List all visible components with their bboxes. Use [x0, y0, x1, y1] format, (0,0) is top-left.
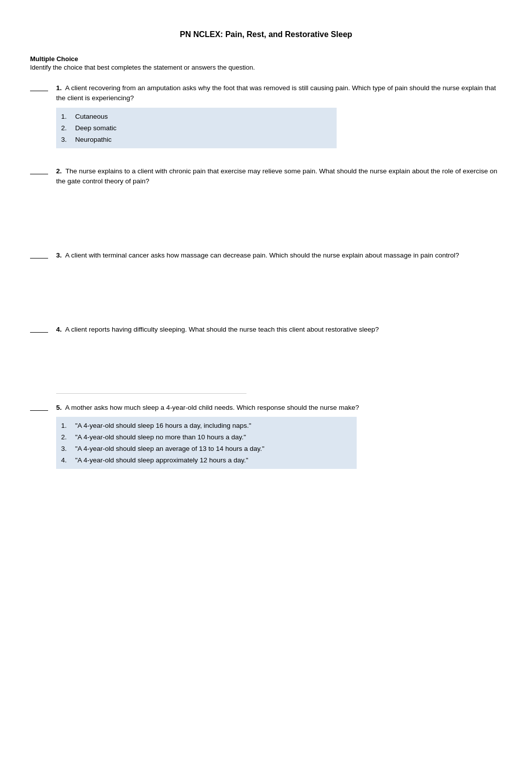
option-1-1-num: 1. — [61, 113, 75, 120]
question-1: 1. A client recovering from an amputatio… — [30, 83, 502, 148]
question-3-content: 3. A client with terminal cancer asks ho… — [56, 250, 502, 325]
option-5-3-text: "A 4-year-old should sleep an average of… — [75, 445, 264, 452]
question-2-text: 2. The nurse explains to a client with c… — [56, 166, 502, 187]
question-3: 3. A client with terminal cancer asks ho… — [30, 250, 502, 325]
question-5: 5. A mother asks how much sleep a 4-year… — [30, 403, 502, 469]
option-5-3-num: 3. — [61, 445, 75, 452]
page-title: PN NCLEX: Pain, Rest, and Restorative Sl… — [30, 30, 502, 39]
question-4: 4. A client reports having difficulty sl… — [30, 325, 502, 402]
option-5-4-num: 4. — [61, 456, 75, 464]
option-5-2-num: 2. — [61, 433, 75, 441]
option-5-4: 4. "A 4-year-old should sleep approximat… — [61, 454, 352, 466]
option-1-3-num: 3. — [61, 136, 75, 143]
answer-blank-2 — [30, 167, 48, 174]
section-type: Multiple Choice — [30, 55, 502, 63]
question-3-text: 3. A client with terminal cancer asks ho… — [56, 250, 502, 260]
option-5-1: 1. "A 4-year-old should sleep 16 hours a… — [61, 420, 352, 431]
option-5-4-text: "A 4-year-old should sleep approximately… — [75, 456, 248, 464]
question-1-content: 1. A client recovering from an amputatio… — [56, 83, 502, 148]
option-1-2: 2. Deep somatic — [61, 122, 332, 134]
question-2-content: 2. The nurse explains to a client with c… — [56, 166, 502, 251]
option-5-3: 3. "A 4-year-old should sleep an average… — [61, 443, 352, 454]
question-4-spacer — [56, 339, 502, 389]
answer-blank-1 — [30, 84, 48, 91]
section-instruction: Identify the choice that best completes … — [30, 64, 502, 71]
option-1-2-num: 2. — [61, 124, 75, 132]
option-5-1-text: "A 4-year-old should sleep 16 hours a da… — [75, 422, 251, 429]
answer-blank-5 — [30, 404, 48, 411]
option-5-2-text: "A 4-year-old should sleep no more than … — [75, 433, 246, 441]
question-5-options: 1. "A 4-year-old should sleep 16 hours a… — [56, 417, 357, 469]
question-5-text: 5. A mother asks how much sleep a 4-year… — [56, 403, 502, 413]
option-1-2-text: Deep somatic — [75, 124, 117, 132]
option-1-3-text: Neuropathic — [75, 136, 112, 143]
option-5-1-num: 1. — [61, 422, 75, 429]
question-4-text: 4. A client reports having difficulty sl… — [56, 325, 502, 335]
option-1-3: 3. Neuropathic — [61, 134, 332, 145]
question-1-text: 1. A client recovering from an amputatio… — [56, 83, 502, 104]
question-5-content: 5. A mother asks how much sleep a 4-year… — [56, 403, 502, 469]
option-5-2: 2. "A 4-year-old should sleep no more th… — [61, 431, 352, 443]
answer-blank-4 — [30, 326, 48, 333]
question-2: 2. The nurse explains to a client with c… — [30, 166, 502, 251]
question-4-content: 4. A client reports having difficulty sl… — [56, 325, 502, 402]
question-2-spacer — [56, 190, 502, 250]
divider-line-4 — [56, 393, 246, 394]
answer-blank-3 — [30, 251, 48, 258]
option-1-1-text: Cutaneous — [75, 113, 108, 120]
question-3-spacer — [56, 265, 502, 325]
question-1-options: 1. Cutaneous 2. Deep somatic 3. Neuropat… — [56, 108, 337, 148]
option-1-1: 1. Cutaneous — [61, 111, 332, 122]
